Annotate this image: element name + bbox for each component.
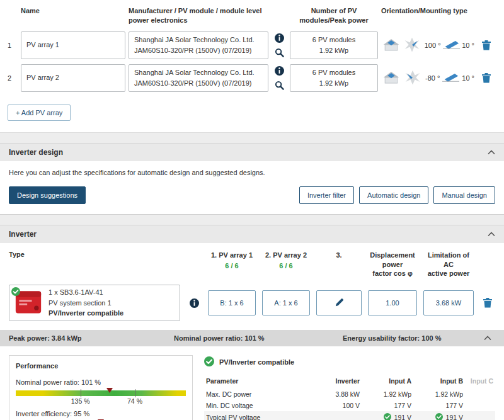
compat-table-header: Parameter Inverter Input A Input B Input… <box>204 375 495 389</box>
azimuth-value: 100 ° <box>425 42 441 49</box>
compass-icon <box>403 69 423 88</box>
pv-array-name-field[interactable]: PV array 2 <box>21 64 125 92</box>
info-icon[interactable] <box>190 298 199 308</box>
npr-bar: 135 % 74 % <box>16 390 186 396</box>
azimuth-value: -80 ° <box>425 74 440 82</box>
check-icon <box>384 413 391 420</box>
roof-icon <box>382 38 400 53</box>
peak-power: 1.92 kWp <box>319 78 348 89</box>
compat-row: Min. DC voltage 100 V 177 V 177 V <box>204 400 495 411</box>
inverter-design-header[interactable]: Inverter design <box>0 144 504 161</box>
tilt-value: 10 ° <box>462 74 474 82</box>
inverter-panel: Inverter Type 1. PV array 1 6 / 6 2. PV … <box>0 225 504 420</box>
inverter-summary-bar: Peak power: 3.84 kWp Nominal power ratio… <box>0 330 504 346</box>
inverter-design-description: Here you can adjust the specifications f… <box>0 161 504 179</box>
npr-marker <box>106 388 113 393</box>
orientation-settings[interactable]: -80 ° 10 ° <box>381 69 476 88</box>
inverter-detail: Performance Nominal power ratio: 101 % 1… <box>0 346 504 420</box>
inverter-row: 1 x SB3.6-1AV-41 PV system section 1 PV/… <box>0 285 504 321</box>
tilt-icon <box>442 72 459 83</box>
input-a-config[interactable]: A: 1 x 6 <box>262 290 310 315</box>
input-3-edit-button[interactable] <box>316 290 362 315</box>
collapse-icon[interactable] <box>484 334 495 342</box>
array2-string-count: 6 / 6 <box>262 262 310 270</box>
ac-limit-field[interactable]: 3.68 kW <box>423 290 474 315</box>
col-header-array1: 1. PV array 1 <box>208 251 256 260</box>
inverter-model: 1 x SB3.6-1AV-41 <box>49 288 103 296</box>
compat-row: Max. DC power 3.88 kW 1.92 kWp 1.92 kWp <box>204 389 495 400</box>
search-icon[interactable] <box>275 81 284 90</box>
inverter-type-field[interactable]: 1 x SB3.6-1AV-41 PV system section 1 PV/… <box>9 285 180 321</box>
inverter-filter-button[interactable]: Inverter filter <box>299 186 354 204</box>
module-manufacturer: Shanghai JA Solar Technology Co. Ltd. <box>134 67 263 78</box>
module-type: JAM60S10-320/PR (1500V) (07/2019) <box>134 78 263 89</box>
check-icon <box>435 413 443 420</box>
col-header-manufacturer: Manufacturer / PV module / module level … <box>129 5 268 25</box>
collapse-icon[interactable] <box>488 230 495 239</box>
panel-title: Inverter <box>9 230 37 239</box>
pv-array-row: 1 PV array 1 Shanghai JA Solar Technolog… <box>8 31 496 59</box>
col-header-type: Type <box>9 251 180 258</box>
col-header-name: Name <box>21 5 125 16</box>
pv-array-name-field[interactable]: PV array 1 <box>21 31 125 59</box>
npr-tick-left: 135 % <box>71 397 90 405</box>
pv-array-name: PV array 1 <box>26 40 120 50</box>
module-manufacturer: Shanghai JA Solar Technology Co. Ltd. <box>134 35 263 45</box>
check-icon <box>204 356 214 368</box>
delete-pv-array-button[interactable] <box>479 40 494 50</box>
cos-phi-field[interactable]: 1.00 <box>368 290 417 315</box>
design-suggestions-button[interactable]: Design suggestions <box>9 186 86 204</box>
pv-array-section: Name Manufacturer / PV module / module l… <box>0 0 504 133</box>
manual-design-button[interactable]: Manual design <box>433 186 495 204</box>
array1-string-count: 6 / 6 <box>208 262 256 270</box>
orientation-settings[interactable]: 100 ° 10 ° <box>381 36 476 55</box>
performance-title: Performance <box>16 362 186 370</box>
compatibility-title: PV/Inverter compatible <box>219 358 294 366</box>
pv-module-field[interactable]: Shanghai JA Solar Technology Co. Ltd. JA… <box>129 64 268 92</box>
col-header-ac-limit: Limitation of AC <box>423 251 474 270</box>
tilt-value: 10 ° <box>462 42 474 49</box>
module-count: 6 PV modules <box>312 35 355 45</box>
compatibility-panel: PV/Inverter compatible Parameter Inverte… <box>204 355 495 420</box>
pv-module-field[interactable]: Shanghai JA Solar Technology Co. Ltd. JA… <box>129 31 268 59</box>
inverter-header[interactable]: Inverter <box>0 225 504 243</box>
delete-inverter-button[interactable] <box>480 298 495 308</box>
pv-array-row: 2 PV array 2 Shanghai JA Solar Technolog… <box>8 64 496 92</box>
module-type: JAM60S10-320/PR (1500V) (07/2019) <box>134 45 263 56</box>
compat-row: Typical PV voltage 191 V 191 V <box>204 411 495 420</box>
inverter-design-panel: Inverter design Here you can adjust the … <box>0 143 504 215</box>
collapse-icon[interactable] <box>488 148 495 157</box>
col-header-orientation: Orientation/Mounting type <box>381 5 476 16</box>
col-header-array2: 2. PV array 2 <box>262 251 310 260</box>
usability-summary: Energy usability factor: 100 % <box>343 334 484 342</box>
performance-panel: Performance Nominal power ratio: 101 % 1… <box>9 355 193 420</box>
npr-label: Nominal power ratio: 101 % <box>16 378 186 386</box>
input-b-config[interactable]: B: 1 x 6 <box>208 290 256 315</box>
pv-array-name: PV array 2 <box>26 72 120 83</box>
module-count-field[interactable]: 6 PV modules 1.92 kWp <box>290 64 378 92</box>
pv-system-section: PV system section 1 <box>49 299 112 307</box>
info-icon[interactable] <box>275 66 284 76</box>
nominal-ratio-summary: Nominal power ratio: 101 % <box>174 334 343 342</box>
col-header-modules: Number of PV modules/Peak power <box>290 5 378 25</box>
search-icon[interactable] <box>275 48 284 57</box>
row-index: 2 <box>8 74 18 82</box>
add-pv-array-button[interactable]: + Add PV array <box>8 105 71 121</box>
efficiency-label: Inverter efficiency: 95 % <box>16 410 186 417</box>
compass-icon <box>402 36 422 55</box>
pencil-icon <box>335 298 344 309</box>
pv-table-header: Name Manufacturer / PV module / module l… <box>8 5 496 25</box>
col-header-input3: 3. <box>316 251 362 260</box>
peak-power: 1.92 kWp <box>319 45 348 56</box>
check-icon <box>11 287 20 296</box>
roof-icon <box>382 71 400 86</box>
delete-pv-array-button[interactable] <box>479 73 494 83</box>
peak-power-summary: Peak power: 3.84 kWp <box>9 334 174 342</box>
tilt-icon <box>443 40 460 50</box>
inverter-table-header: Type 1. PV array 1 6 / 6 2. PV array 2 6… <box>0 243 504 285</box>
col-header-cos-phi: Displacement power <box>368 251 417 270</box>
module-count-field[interactable]: 6 PV modules 1.92 kWp <box>290 31 378 59</box>
automatic-design-button[interactable]: Automatic design <box>359 186 428 204</box>
npr-tick-right: 74 % <box>127 397 142 405</box>
info-icon[interactable] <box>275 33 284 43</box>
